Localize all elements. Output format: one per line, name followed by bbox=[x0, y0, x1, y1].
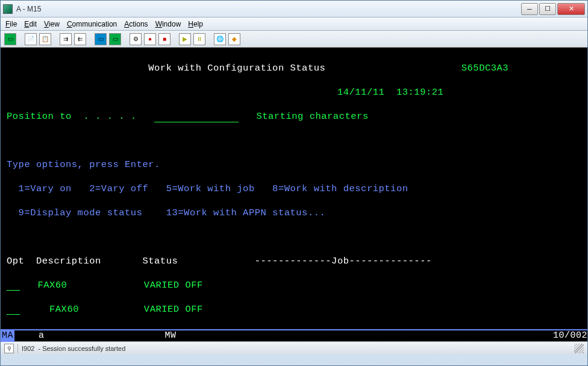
window-controls: ─ ☐ ✕ bbox=[520, 3, 585, 15]
menu-edit[interactable]: Edit bbox=[24, 20, 37, 28]
menubar: File Edit View Communication Actions Win… bbox=[1, 17, 587, 31]
tool-display2-icon[interactable]: ▭ bbox=[109, 33, 121, 45]
tool-rec-icon[interactable]: ● bbox=[144, 33, 156, 45]
opt-2: 2=Vary off bbox=[89, 183, 148, 194]
opt-8: 8=Work with description bbox=[272, 183, 408, 194]
screen-title: Work with Configuration Status bbox=[148, 63, 325, 74]
menu-view[interactable]: View bbox=[44, 20, 60, 28]
tool-stop-icon[interactable]: ■ bbox=[158, 33, 170, 45]
opt-9: 9=Display mode status bbox=[19, 207, 143, 218]
col-desc: Description bbox=[36, 256, 101, 267]
tool-copy-icon[interactable]: 📄 bbox=[25, 33, 37, 45]
tool-screen-icon[interactable]: ▭ bbox=[4, 33, 16, 45]
screen-time: 13:19:21 bbox=[396, 87, 443, 98]
col-status: Status bbox=[142, 256, 178, 267]
row-desc: FAX60 bbox=[37, 280, 67, 291]
row-status: VARIED OFF bbox=[144, 304, 203, 315]
terminal-screen[interactable]: Work with Configuration Status S65DC3A3 … bbox=[1, 48, 587, 341]
type-options-label: Type options, press Enter. bbox=[7, 159, 160, 170]
window-title: A - M15 bbox=[16, 5, 41, 13]
oia-coords: 10/002 bbox=[553, 330, 587, 342]
opt-input[interactable] bbox=[7, 304, 20, 315]
close-button[interactable]: ✕ bbox=[557, 3, 585, 15]
opt-input[interactable] bbox=[7, 280, 20, 291]
tool-tag-icon[interactable]: ◆ bbox=[228, 33, 240, 45]
menu-actions[interactable]: Actions bbox=[124, 20, 148, 28]
maximize-button[interactable]: ☐ bbox=[539, 3, 556, 15]
toolbar: ▭ 📄 📋 ⇉ ⇇ ▭ ▭ ⚙ ● ■ ▶ ⏸ 🌐 ◆ bbox=[1, 31, 587, 48]
screen-date: 14/11/11 bbox=[337, 87, 384, 98]
row-desc: FAX60 bbox=[49, 304, 79, 315]
table-row: FAX60 VARIED OFF bbox=[7, 303, 581, 315]
menu-communication[interactable]: Communication bbox=[67, 20, 117, 28]
titlebar: A - M15 ─ ☐ ✕ bbox=[1, 1, 587, 17]
col-opt: Opt bbox=[7, 256, 24, 267]
col-job: -------------Job-------------- bbox=[255, 256, 432, 267]
tool-display1-icon[interactable]: ▭ bbox=[95, 33, 107, 45]
starting-chars-label: Starting characters bbox=[256, 111, 368, 122]
app-icon bbox=[3, 4, 13, 14]
minimize-button[interactable]: ─ bbox=[521, 3, 538, 15]
position-label: Position to . . . . . bbox=[7, 111, 137, 122]
tool-paste-icon[interactable]: 📋 bbox=[39, 33, 51, 45]
tool-send-icon[interactable]: ⇉ bbox=[60, 33, 72, 45]
opt-13: 13=Work with APPN status... bbox=[166, 207, 326, 218]
operator-info-area: MA a MW 10/002 bbox=[1, 329, 587, 341]
tool-recv-icon[interactable]: ⇇ bbox=[74, 33, 86, 45]
menu-window[interactable]: Window bbox=[155, 20, 181, 28]
menu-help[interactable]: Help bbox=[188, 20, 203, 28]
opt-5: 5=Work with job bbox=[166, 183, 255, 194]
menu-file[interactable]: File bbox=[5, 20, 17, 28]
tool-play-icon[interactable]: ▶ bbox=[179, 33, 191, 45]
oia-mw: MW bbox=[165, 330, 177, 342]
position-input[interactable] bbox=[154, 112, 239, 122]
oia-a: a bbox=[39, 330, 45, 342]
table-row: FAX60 VARIED OFF bbox=[7, 279, 581, 291]
app-window: A - M15 ─ ☐ ✕ File Edit View Communicati… bbox=[0, 0, 588, 366]
tool-pause-icon[interactable]: ⏸ bbox=[193, 33, 205, 45]
tool-config-icon[interactable]: ⚙ bbox=[130, 33, 142, 45]
system-id: S65DC3A3 bbox=[461, 63, 508, 74]
opt-1: 1=Vary on bbox=[19, 183, 72, 194]
oia-ma: MA bbox=[1, 330, 14, 342]
row-status: VARIED OFF bbox=[144, 280, 203, 291]
tool-globe-icon[interactable]: 🌐 bbox=[214, 33, 226, 45]
